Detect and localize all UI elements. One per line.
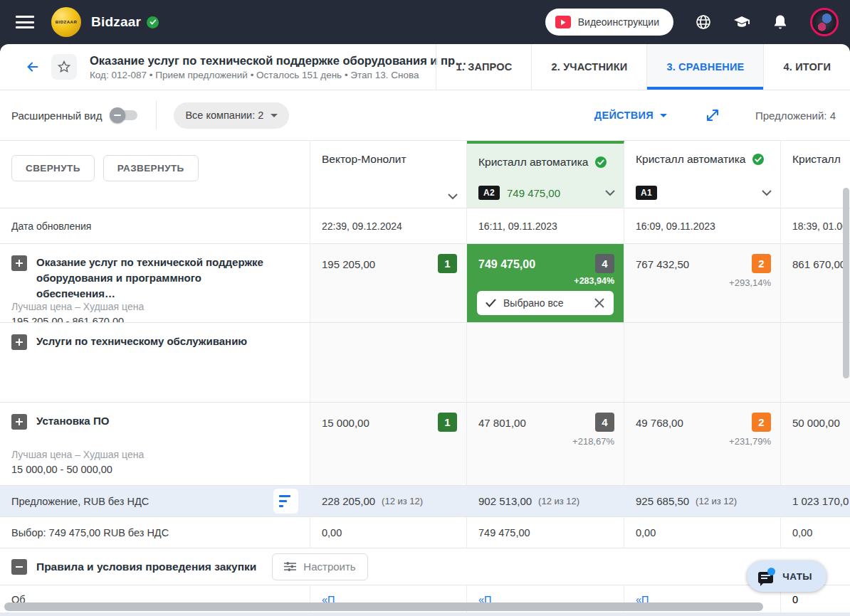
table-header-row: СВЕРНУТЬ РАЗВЕРНУТЬ Вектор-Монолит Крист… bbox=[0, 141, 850, 208]
advanced-view-label: Расширенный вид bbox=[11, 110, 102, 122]
price-cell[interactable]: 50 000,00 bbox=[781, 403, 850, 486]
price-range-label: Лучшая цена – Худшая цена bbox=[11, 301, 298, 312]
favorite-star-icon[interactable] bbox=[51, 54, 77, 80]
play-icon bbox=[555, 16, 571, 28]
price-range-value: 15 000,00 - 50 000,00 bbox=[11, 464, 298, 475]
brand-name: Bidzaar bbox=[91, 14, 159, 30]
rank-badge: 4 bbox=[595, 413, 614, 432]
back-button[interactable] bbox=[19, 53, 47, 81]
collapse-minus-icon[interactable] bbox=[11, 559, 27, 575]
row-label: Выбор: 749 475,00 RUB без НДС bbox=[0, 517, 310, 548]
menu-icon[interactable] bbox=[16, 16, 34, 28]
rank-badge: 2 bbox=[752, 413, 771, 432]
proposal-amount: 902 513,00 bbox=[478, 495, 532, 507]
price-cell-empty[interactable] bbox=[781, 323, 850, 403]
bidzaar-logo[interactable]: BIDZAAR bbox=[51, 7, 81, 37]
companies-filter-label: Все компании: 2 bbox=[185, 110, 263, 121]
toolbar-divider bbox=[156, 101, 157, 129]
items-count: (12 из 12) bbox=[696, 496, 737, 506]
proposal-amount: 925 685,50 bbox=[636, 495, 689, 507]
close-icon[interactable] bbox=[594, 297, 605, 309]
price-cell[interactable]: 15 000,00 1 bbox=[310, 403, 467, 486]
company-column-header[interactable]: Кристалл автоматика A1 bbox=[624, 141, 781, 208]
price-cell[interactable]: 49 768,00 2 +231,79% bbox=[624, 403, 781, 486]
video-instructions-button[interactable]: Видеоинструкции bbox=[545, 9, 673, 36]
stage-tabs: 1. ЗАПРОС 2. УЧАСТНИКИ 3. СРАВНЕНИЕ 4. И… bbox=[436, 44, 850, 90]
lot-title[interactable]: Услуги по техническому обслуживанию bbox=[36, 334, 268, 349]
chevron-down-icon bbox=[271, 114, 278, 117]
actions-label: ДЕЙСТВИЯ bbox=[594, 110, 654, 121]
bid-badge: A2 bbox=[478, 186, 500, 200]
actions-dropdown[interactable]: ДЕЙСТВИЯ bbox=[594, 110, 667, 121]
lot-row: Оказание услуг по технической поддержке … bbox=[0, 244, 850, 323]
rules-title: Правила и условия проведения закупки bbox=[36, 561, 256, 573]
main-content: Оказание услуг по технической поддержке … bbox=[0, 44, 850, 616]
update-date: 16:11, 09.11.2023 bbox=[467, 208, 624, 244]
price-cell[interactable]: 195 205,00 1 bbox=[310, 244, 467, 323]
price-cell[interactable]: 861 670,00 bbox=[781, 244, 850, 323]
collapse-all-button[interactable]: СВЕРНУТЬ bbox=[11, 155, 95, 181]
price-delta: +293,14% bbox=[729, 277, 771, 288]
tab-results[interactable]: 4. ИТОГИ bbox=[763, 44, 850, 90]
tab-request[interactable]: 1. ЗАПРОС bbox=[436, 44, 531, 90]
price-cell-empty[interactable] bbox=[624, 323, 781, 403]
education-cap-icon[interactable] bbox=[733, 14, 750, 31]
company-name: Кристалл автоматика bbox=[478, 156, 589, 169]
selection-amount: 0,00 bbox=[310, 517, 467, 548]
expand-plus-icon[interactable] bbox=[11, 334, 27, 350]
vertical-scrollbar[interactable] bbox=[843, 188, 849, 378]
update-date-row: Дата обновления 22:39, 09.12.2024 16:11,… bbox=[0, 208, 850, 244]
companies-filter-dropdown[interactable]: Все компании: 2 bbox=[174, 102, 289, 129]
selected-all-pill[interactable]: Выбрано все bbox=[477, 291, 614, 315]
configure-button[interactable]: Настроить bbox=[272, 553, 367, 580]
price-cell-empty[interactable] bbox=[310, 323, 467, 403]
selection-total-row: Выбор: 749 475,00 RUB без НДС 0,00 749 4… bbox=[0, 517, 850, 548]
page-title: Оказание услуг по технической поддержке … bbox=[90, 54, 467, 68]
user-avatar[interactable] bbox=[810, 8, 839, 36]
chats-label: ЧАТЫ bbox=[782, 571, 812, 582]
verified-icon bbox=[752, 153, 765, 166]
company-column-header-selected[interactable]: Кристалл автоматика A2 749 475,00 bbox=[467, 141, 624, 208]
company-column-header[interactable]: Кристалл bbox=[781, 141, 850, 208]
chevron-down-icon[interactable] bbox=[605, 190, 615, 196]
proposal-amount: 1 023 170,0 bbox=[792, 495, 849, 507]
price-range-label: Лучшая цена – Худшая цена bbox=[11, 449, 298, 460]
price-cell[interactable]: 767 432,50 2 +293,14% bbox=[624, 244, 781, 323]
language-globe-icon[interactable] bbox=[695, 14, 712, 31]
chats-button[interactable]: ЧАТЫ bbox=[747, 561, 827, 592]
horizontal-scrollbar-thumb[interactable] bbox=[4, 602, 763, 611]
update-date: 16:09, 09.11.2023 bbox=[624, 208, 781, 244]
chevron-down-icon[interactable] bbox=[448, 193, 458, 200]
price-delta: +231,79% bbox=[729, 436, 771, 447]
comparison-toolbar: Расширенный вид Все компании: 2 ДЕЙСТВИЯ… bbox=[0, 90, 850, 141]
price-range-value: 195 205,00 - 861 670,00 bbox=[11, 316, 298, 323]
price-delta: +283,94% bbox=[574, 276, 614, 286]
fullscreen-expand-icon[interactable] bbox=[704, 107, 721, 124]
lot-row: Установка ПО Лучшая цена – Худшая цена 1… bbox=[0, 403, 850, 486]
notification-dot bbox=[767, 568, 775, 575]
row-label: Предложение, RUB без НДС bbox=[11, 496, 149, 507]
expand-plus-icon[interactable] bbox=[11, 414, 27, 430]
price-cell-empty[interactable] bbox=[467, 323, 624, 403]
horizontal-scrollbar-track[interactable] bbox=[0, 601, 850, 616]
company-column-header[interactable]: Вектор-Монолит bbox=[310, 141, 467, 208]
company-name: Кристалл автоматика bbox=[636, 153, 746, 166]
price-cell[interactable]: 47 801,00 4 +218,67% bbox=[467, 403, 624, 486]
lot-title[interactable]: Оказание услуг по технической поддержке … bbox=[36, 255, 298, 301]
lot-title[interactable]: Установка ПО bbox=[36, 413, 130, 429]
tab-comparison[interactable]: 3. СРАВНЕНИЕ bbox=[646, 44, 763, 90]
toggle-knob bbox=[110, 107, 125, 123]
price-cell-selected[interactable]: 749 475,00 4 +283,94% Выбрано все bbox=[467, 244, 624, 323]
bottom-edge-strip bbox=[0, 612, 850, 616]
proposal-total-row: Предложение, RUB без НДС 228 205,00(12 и… bbox=[0, 486, 850, 517]
expand-all-button[interactable]: РАЗВЕРНУТЬ bbox=[103, 155, 199, 181]
notifications-bell-icon[interactable] bbox=[772, 14, 789, 31]
proposals-count: Предложений: 4 bbox=[755, 110, 836, 122]
tab-participants[interactable]: 2. УЧАСТНИКИ bbox=[531, 44, 646, 90]
advanced-view-toggle[interactable] bbox=[112, 110, 137, 120]
rank-badge: 2 bbox=[752, 254, 771, 273]
expand-plus-icon[interactable] bbox=[11, 255, 27, 271]
sort-icon[interactable] bbox=[273, 489, 298, 514]
chevron-down-icon[interactable] bbox=[762, 190, 772, 196]
bid-price: 749 475,00 bbox=[507, 187, 560, 199]
